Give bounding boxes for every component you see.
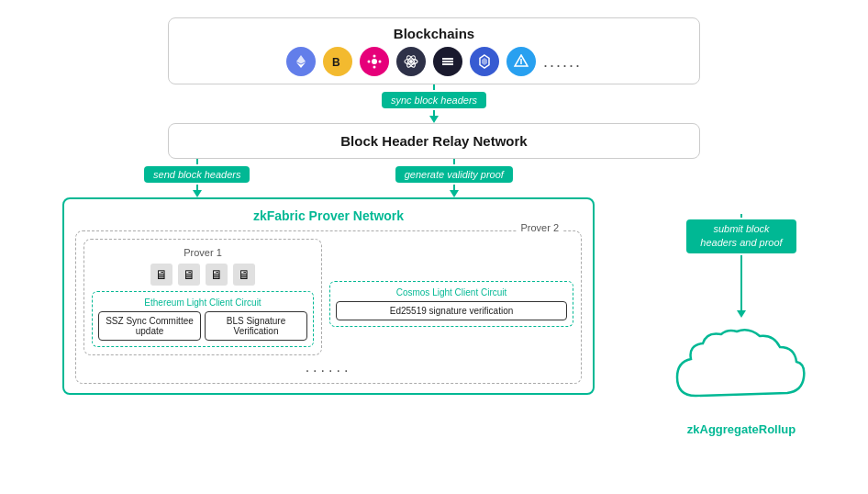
blockchain-icons: B bbox=[187, 47, 681, 76]
prover-network-box: zkFabric Prover Network Prover 2 Prover … bbox=[62, 197, 595, 395]
cloud-container: zkAggregateRollup bbox=[668, 327, 815, 436]
prover1-icons: 🖥 🖥 🖥 🖥 bbox=[92, 264, 314, 286]
diagram: Blockchains B bbox=[12, 8, 856, 486]
eth2-icon bbox=[433, 47, 462, 76]
more-blockchains: ...... bbox=[543, 52, 582, 72]
chainlink-icon bbox=[470, 47, 499, 76]
blockchains-title: Blockchains bbox=[187, 26, 681, 41]
submit-arrow: submit block headers and proof bbox=[686, 214, 796, 318]
prover2-box: Prover 2 Prover 1 🖥 🖥 🖥 🖥 bbox=[75, 230, 582, 384]
svg-point-6 bbox=[367, 61, 370, 63]
prover-network-title: zkFabric Prover Network bbox=[75, 208, 582, 223]
svg-rect-12 bbox=[442, 58, 453, 60]
cosmos-circuit: Cosmos Light Client Circuit Ed25519 sign… bbox=[329, 281, 573, 327]
ssz-box: SSZ Sync Committee update bbox=[98, 311, 201, 341]
top-section: Blockchains B bbox=[21, 17, 847, 159]
sync-label: sync block headers bbox=[382, 92, 486, 108]
svg-point-8 bbox=[409, 60, 413, 63]
content-row: send block headers generate validity pro… bbox=[21, 159, 847, 436]
sync-arrow: sync block headers bbox=[382, 84, 486, 123]
submit-label: submit block headers and proof bbox=[686, 219, 796, 253]
svg-marker-0 bbox=[296, 55, 306, 64]
content-right: submit block headers and proof zkAggrega… bbox=[636, 159, 847, 436]
svg-point-4 bbox=[373, 55, 375, 58]
prover2-label: Prover 2 bbox=[517, 222, 562, 233]
cpu-icon-2: 🖥 bbox=[178, 264, 200, 286]
svg-rect-13 bbox=[442, 61, 453, 62]
svg-point-3 bbox=[372, 59, 377, 64]
prover1-label: Prover 1 bbox=[92, 247, 314, 258]
validity-arrow: generate validity proof bbox=[395, 159, 513, 197]
relay-title: Block Header Relay Network bbox=[187, 133, 681, 149]
content-left: send block headers generate validity pro… bbox=[21, 159, 636, 395]
eth-circuit: Ethereum Light Client Circuit SSZ Sync C… bbox=[92, 291, 314, 347]
validity-label: generate validity proof bbox=[395, 166, 513, 183]
bls-box: BLS Signature Verification bbox=[205, 311, 307, 341]
svg-rect-14 bbox=[442, 63, 453, 65]
svg-point-5 bbox=[373, 66, 375, 69]
prover1-box: Prover 1 🖥 🖥 🖥 🖥 Ethereum Light Client C… bbox=[83, 239, 322, 355]
send-label: send block headers bbox=[144, 166, 250, 183]
blockchains-box: Blockchains B bbox=[168, 17, 700, 84]
polkadot-icon bbox=[360, 47, 389, 76]
svg-marker-16 bbox=[482, 58, 487, 65]
eth-circuit-title: Ethereum Light Client Circuit bbox=[98, 298, 307, 308]
send-arrow: send block headers bbox=[144, 159, 250, 197]
svg-text:B: B bbox=[332, 56, 340, 69]
bnb-icon: B bbox=[323, 47, 352, 76]
relay-box: Block Header Relay Network bbox=[168, 123, 700, 159]
cpu-icon-1: 🖥 bbox=[150, 264, 172, 286]
cpu-icon-3: 🖥 bbox=[206, 264, 228, 286]
prover-dots: ...... bbox=[83, 359, 573, 376]
cosmos-inner-box: Ed25519 signature verification bbox=[336, 301, 567, 320]
cloud-shape bbox=[668, 327, 815, 419]
cosmos-circuit-title: Cosmos Light Client Circuit bbox=[336, 287, 567, 298]
eth-icon bbox=[286, 47, 316, 76]
cosmos-icon bbox=[396, 47, 426, 76]
rollup-title: zkAggregateRollup bbox=[687, 422, 796, 436]
eth-circuit-boxes: SSZ Sync Committee update BLS Signature … bbox=[98, 311, 307, 341]
svg-point-7 bbox=[378, 61, 381, 63]
arbitrum-icon bbox=[506, 47, 536, 76]
cpu-icon-4: 🖥 bbox=[233, 264, 255, 286]
